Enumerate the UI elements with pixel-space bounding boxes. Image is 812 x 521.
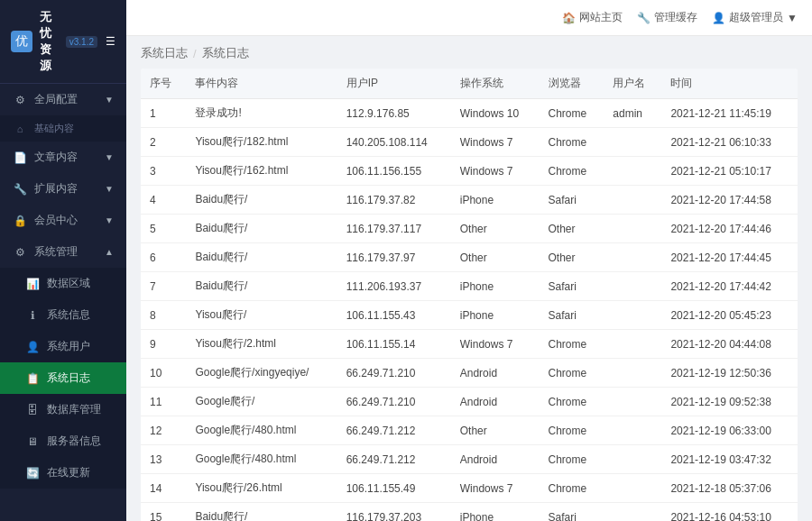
sidebar-logo: 优 无忧资源 v3.1.2 ☰ (0, 0, 126, 84)
cell-id: 2 (141, 128, 186, 157)
sidebar-item-text-content[interactable]: 📄 文章内容 ▼ (0, 142, 126, 173)
col-id: 序号 (141, 69, 186, 99)
sidebar-label-text-content: 文章内容 (34, 150, 78, 165)
breadcrumb-current: 系统日志 (202, 45, 249, 61)
sidebar-item-system-info[interactable]: ℹ 系统信息 (0, 299, 126, 331)
topbar-admin-label: 超级管理员 (729, 10, 783, 25)
sidebar-label-basic: 基础内容 (34, 122, 74, 135)
table-row: 11 Google爬行/ 66.249.71.210 Android Chrom… (141, 388, 798, 416)
sidebar-label-db-manage: 数据库管理 (47, 402, 101, 417)
sidebar-item-full-config[interactable]: ⚙ 全局配置 ▼ (0, 84, 126, 115)
cell-ip: 66.249.71.210 (337, 359, 451, 388)
table-header-row: 序号 事件内容 用户IP 操作系统 浏览器 用户名 时间 (141, 69, 798, 99)
cell-ip: 140.205.108.114 (337, 128, 451, 157)
cell-event: Baidu爬行/ (186, 503, 337, 522)
cell-browser: Chrome (540, 157, 604, 186)
topbar-admin[interactable]: 👤 超级管理员 ▼ (712, 10, 798, 25)
cell-event: Yisou爬行/26.html (186, 474, 337, 503)
sidebar-item-db-manage[interactable]: 🗄 数据库管理 (0, 394, 126, 425)
system-icon: ⚙ (13, 246, 27, 259)
cell-ip: 116.179.37.97 (337, 243, 451, 272)
cell-event: Google爬行/xingyeqiye/ (186, 359, 337, 388)
cell-time: 2021-12-19 09:52:38 (661, 388, 798, 416)
cell-user (604, 215, 661, 243)
log-table: 序号 事件内容 用户IP 操作系统 浏览器 用户名 时间 1 登录成功! 112… (141, 69, 798, 521)
cell-event: Yisou爬行/162.html (186, 157, 337, 186)
cell-event: Baidu爬行/ (186, 243, 337, 272)
cell-browser: Chrome (540, 99, 604, 128)
sidebar-label-data-area: 数据区域 (47, 276, 90, 291)
cell-ip: 66.249.71.210 (337, 388, 451, 416)
chevron-down-icon: ▼ (787, 12, 798, 24)
cell-ip: 116.179.37.203 (337, 503, 451, 522)
log-icon: 📋 (25, 372, 40, 385)
cell-user (604, 445, 661, 474)
arrow-icon: ▼ (105, 95, 114, 105)
topbar-website-label: 网站主页 (579, 10, 623, 25)
table-row: 7 Baidu爬行/ 111.206.193.37 iPhone Safari … (141, 272, 798, 301)
col-browser: 浏览器 (540, 69, 604, 99)
cell-event: Baidu爬行/ (186, 186, 337, 215)
cell-os: Windows 7 (451, 330, 540, 359)
sidebar-item-member-center[interactable]: 🔒 会员中心 ▼ (0, 205, 126, 236)
cell-os: Windows 7 (451, 128, 540, 157)
log-table-container: 序号 事件内容 用户IP 操作系统 浏览器 用户名 时间 1 登录成功! 112… (141, 69, 798, 521)
config-icon: ⚙ (13, 94, 27, 106)
cell-time: 2021-12-21 06:10:33 (661, 128, 798, 157)
member-icon: 🔒 (13, 215, 27, 227)
arrow-icon3: ▼ (105, 184, 114, 194)
cell-time: 2021-12-20 17:44:58 (661, 186, 798, 215)
cell-id: 4 (141, 186, 186, 215)
table-row: 12 Google爬行/480.html 66.249.71.212 Other… (141, 416, 798, 445)
table-row: 2 Yisou爬行/182.html 140.205.108.114 Windo… (141, 128, 798, 157)
sidebar-label-system-user: 系统用户 (47, 339, 90, 354)
topbar-website[interactable]: 🏠 网站主页 (562, 10, 623, 25)
menu-toggle[interactable]: ☰ (105, 28, 115, 55)
sidebar: 优 无忧资源 v3.1.2 ☰ ⚙ 全局配置 ▼ ⌂ 基础内容 📄 文章内容 ▼… (0, 0, 126, 521)
cell-user (604, 388, 661, 416)
update-icon: 🔄 (25, 467, 40, 480)
main-content: 🏠 网站主页 🔧 管理缓存 👤 超级管理员 ▼ 系统日志 / 系统日志 序号 事… (126, 0, 812, 521)
cell-browser: Chrome (540, 416, 604, 445)
cell-user (604, 157, 661, 186)
cell-ip: 106.11.155.43 (337, 301, 451, 330)
table-row: 5 Baidu爬行/ 116.179.37.117 Other Other 20… (141, 215, 798, 243)
cell-id: 7 (141, 272, 186, 301)
cell-time: 2021-12-19 12:50:36 (661, 359, 798, 388)
extend-icon: 🔧 (13, 183, 27, 196)
cell-time: 2021-12-19 06:33:00 (661, 416, 798, 445)
cell-id: 8 (141, 301, 186, 330)
cell-os: iPhone (451, 186, 540, 215)
sidebar-label-system: 系统管理 (34, 244, 78, 260)
cell-browser: Other (540, 215, 604, 243)
cell-browser: Safari (540, 301, 604, 330)
cell-ip: 106.11.155.14 (337, 330, 451, 359)
sidebar-item-system-manage[interactable]: ⚙ 系统管理 ▲ (0, 236, 126, 268)
table-row: 6 Baidu爬行/ 116.179.37.97 Other Other 202… (141, 243, 798, 272)
info-icon: ℹ (25, 309, 40, 322)
sidebar-item-online-update[interactable]: 🔄 在线更新 (0, 457, 126, 489)
cell-user (604, 503, 661, 522)
cell-id: 12 (141, 416, 186, 445)
sidebar-item-data-area[interactable]: 📊 数据区域 (0, 268, 126, 299)
sidebar-item-extend-content[interactable]: 🔧 扩展内容 ▼ (0, 173, 126, 205)
cell-time: 2021-12-21 11:45:19 (661, 99, 798, 128)
sidebar-label-extend: 扩展内容 (34, 181, 78, 197)
cell-time: 2021-12-20 17:44:45 (661, 243, 798, 272)
cell-event: Google爬行/480.html (186, 445, 337, 474)
cell-ip: 66.249.71.212 (337, 416, 451, 445)
cell-user (604, 186, 661, 215)
col-ip: 用户IP (337, 69, 451, 99)
table-row: 14 Yisou爬行/26.html 106.11.155.49 Windows… (141, 474, 798, 503)
topbar-manager[interactable]: 🔧 管理缓存 (637, 10, 697, 25)
sidebar-item-system-user[interactable]: 👤 系统用户 (0, 331, 126, 362)
cell-os: iPhone (451, 503, 540, 522)
cell-time: 2021-12-20 04:44:08 (661, 330, 798, 359)
table-row: 10 Google爬行/xingyeqiye/ 66.249.71.210 An… (141, 359, 798, 388)
table-row: 3 Yisou爬行/162.html 106.11.156.155 Window… (141, 157, 798, 186)
col-os: 操作系统 (451, 69, 540, 99)
sidebar-item-server-info[interactable]: 🖥 服务器信息 (0, 425, 126, 457)
sidebar-item-system-log[interactable]: 📋 系统日志 (0, 362, 126, 394)
cell-os: Other (451, 215, 540, 243)
cell-browser: Chrome (540, 445, 604, 474)
